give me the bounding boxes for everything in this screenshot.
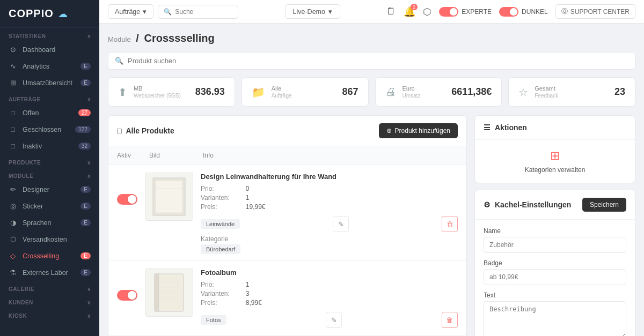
product-image-1 xyxy=(145,173,193,221)
mb-value: 836.93 xyxy=(195,86,225,98)
products-section: □ Alle Produkte ⊕ Produkt hinzufügen Akt… xyxy=(108,115,467,336)
analytics-icon: ∿ xyxy=(9,62,17,70)
kachel-body: Name Badge Text Top-Kategori xyxy=(475,220,635,336)
products-header: □ Alle Produkte ⊕ Produkt hinzufügen xyxy=(108,116,466,146)
sidebar-section-kunden[interactable]: KUNDEN ∨ xyxy=(0,294,99,308)
text-form-group: Text xyxy=(484,292,626,336)
tag-buerobedarf: Bürobedarf xyxy=(201,244,240,254)
search-box: 🔍 xyxy=(158,5,238,19)
text-textarea[interactable] xyxy=(484,301,626,336)
logo-text: COPPIO xyxy=(9,8,54,20)
add-product-button[interactable]: ⊕ Produkt hinzufügen xyxy=(379,123,458,138)
sidebar-item-inaktiv[interactable]: □ Inaktiv 32 xyxy=(0,138,99,154)
auftraege-chevron-icon: ▾ xyxy=(143,8,147,16)
product-image-2 xyxy=(145,268,193,317)
sidebar-section-statistiken[interactable]: STATISTIKEN ∧ xyxy=(0,28,99,41)
sidebar-item-sticker[interactable]: ◎ Sticker E xyxy=(0,198,99,214)
experte-toggle-knob xyxy=(450,8,457,16)
sidebar-item-crossselling[interactable]: ◇ Crossselling E xyxy=(0,248,99,264)
plus-icon: ⊕ xyxy=(386,127,392,135)
kachel-card: ⚙ Kachel-Einstellungen Speichern Name xyxy=(474,190,635,336)
support-button[interactable]: ⓪ SUPPORT CENTER xyxy=(555,4,635,19)
crossselling-badge: E xyxy=(80,252,91,259)
logo-cloud-icon: ☁ xyxy=(58,8,68,20)
stat-card-umsatz: 🖨 Euro Umsatz 6611,38€ xyxy=(375,77,502,107)
webspeicher-icon: ⬆ xyxy=(118,86,127,99)
sidebar-item-externes-labor[interactable]: ⚗ Externes Labor E xyxy=(0,264,99,281)
content: Module / Crosssselling 🔍 ⬆ MB Webspeiche… xyxy=(99,24,644,336)
badge-input[interactable] xyxy=(484,269,626,285)
umsatz-icon: ⊞ xyxy=(9,79,17,87)
sticker-badge: E xyxy=(80,203,91,210)
sidebar-section-kiosk[interactable]: KIOSK ∨ xyxy=(0,308,99,321)
inaktiv-badge: 32 xyxy=(78,143,91,150)
stats-row: ⬆ MB Webspeicher (5GB) 836.93 📁 Alle Auf… xyxy=(108,77,635,107)
sidebar-section-auftraege[interactable]: AUFTRÄGE ∧ xyxy=(0,91,99,104)
edit-product-1-button[interactable]: ✎ xyxy=(333,216,349,232)
search-input[interactable] xyxy=(175,8,229,16)
product-active-toggle-1[interactable] xyxy=(117,194,137,205)
product-info-2: Fotoalbum Prio: Varianten: Preis: 1 3 xyxy=(201,268,458,328)
sidebar-item-analytics[interactable]: ∿ Analytics E xyxy=(0,58,99,74)
product-search-input[interactable] xyxy=(128,57,628,65)
topbar-right: 🗒 🔔 2 ⬡ EXPERTE DUNKEL ⓪ SUPPORT CENT xyxy=(386,4,635,19)
sidebar-item-offen[interactable]: □ Offen 27 xyxy=(0,104,99,121)
main-area: Aufträge ▾ 🔍 Live-Demo ▾ 🗒 🔔 2 ⬡ xyxy=(99,0,644,336)
analytics-badge: E xyxy=(80,63,91,70)
sidebar-item-versandkosten[interactable]: ⬡ Versandkosten xyxy=(0,231,99,248)
stat-card-auftraege: 📁 Alle Aufträge 867 xyxy=(241,77,369,107)
dunkel-label: DUNKEL xyxy=(522,8,548,16)
products-actions-layout: □ Alle Produkte ⊕ Produkt hinzufügen Akt… xyxy=(108,115,635,336)
sidebar-item-designer[interactable]: ✏ Designer E xyxy=(0,181,99,198)
notifications-icon[interactable]: 🔔 2 xyxy=(404,6,415,18)
svg-rect-5 xyxy=(155,274,159,311)
auftraege-button[interactable]: Aufträge ▾ xyxy=(108,4,153,19)
sidebar-section-galerie[interactable]: GALERIE ∨ xyxy=(0,281,99,294)
delete-product-2-button[interactable]: 🗑 xyxy=(442,312,458,328)
kachel-settings-icon: ⚙ xyxy=(484,200,491,209)
sidebar-section-produkte[interactable]: PRODUKTE ∨ xyxy=(0,154,99,168)
dashboard-icon: ⊙ xyxy=(9,46,17,54)
galerie-chevron-icon: ∨ xyxy=(87,286,91,292)
versand-icon: ⬡ xyxy=(9,235,17,243)
product-search-bar: 🔍 xyxy=(108,52,635,70)
stat-card-feedback: ☆ Gesamt Feedback 23 xyxy=(508,77,635,107)
topbar-left: Aufträge ▾ 🔍 xyxy=(108,4,238,19)
dunkel-toggle[interactable] xyxy=(499,7,518,17)
live-demo-button[interactable]: Live-Demo ▾ xyxy=(285,4,340,19)
sidebar-item-sprachen[interactable]: ◑ Sprachen E xyxy=(0,214,99,231)
tag-fotos: Fotos xyxy=(201,315,226,325)
product-toggle-1[interactable] xyxy=(117,173,137,205)
labor-badge: E xyxy=(80,269,91,276)
aktionen-header: ☰ Aktionen xyxy=(475,116,635,140)
product-row-2: Fotoalbum Prio: Varianten: Preis: 1 3 xyxy=(108,261,466,336)
external-link-icon[interactable]: ⬡ xyxy=(423,6,431,18)
experte-toggle[interactable] xyxy=(439,7,458,17)
product-active-toggle-2[interactable] xyxy=(117,290,137,301)
notification-badge: 2 xyxy=(411,4,418,10)
geschlossen-icon: □ xyxy=(9,125,17,133)
umsatz-badge: E xyxy=(80,79,91,86)
sticker-icon: ◎ xyxy=(9,202,17,210)
sidebar-item-dashboard[interactable]: ⊙ Dashboard xyxy=(0,41,99,58)
breadcrumb-sep: / xyxy=(136,32,139,44)
aktionen-icon: ☰ xyxy=(484,123,491,132)
delete-product-1-button[interactable]: 🗑 xyxy=(442,216,458,232)
sprachen-icon: ◑ xyxy=(9,219,17,227)
chevron-up-icon: ∧ xyxy=(87,33,91,39)
sidebar-section-module[interactable]: MODULE ∧ xyxy=(0,168,99,181)
invoice-icon[interactable]: 🗒 xyxy=(386,6,396,17)
logo: COPPIO ☁ xyxy=(0,0,99,28)
offen-badge: 27 xyxy=(78,109,91,116)
name-input[interactable] xyxy=(484,237,626,253)
experte-toggle-group: EXPERTE xyxy=(439,7,492,17)
product-toggle-2[interactable] xyxy=(117,268,137,301)
edit-product-2-button[interactable]: ✎ xyxy=(326,312,342,328)
sidebar-item-geschlossen[interactable]: □ Geschlossen 122 xyxy=(0,121,99,138)
kachel-save-button[interactable]: Speichern xyxy=(582,198,626,212)
inaktiv-icon: □ xyxy=(9,142,17,150)
sidebar-item-umsatz[interactable]: ⊞ Umsatzübersicht E xyxy=(0,74,99,91)
dunkel-toggle-group: DUNKEL xyxy=(499,7,548,17)
labor-icon: ⚗ xyxy=(9,268,17,277)
kategorien-verwalten[interactable]: ⊞ Kategorien verwalten xyxy=(525,149,586,174)
